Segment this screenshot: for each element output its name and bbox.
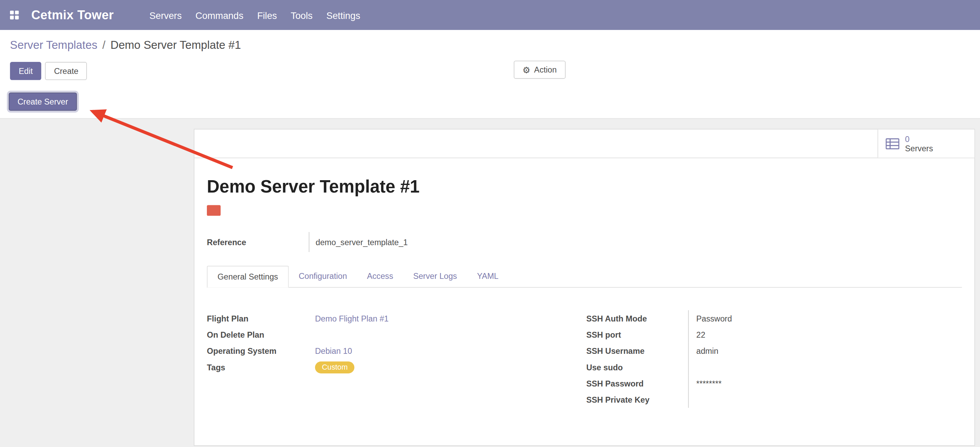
field-label: On Delete Plan <box>207 330 315 339</box>
field-group-right: SSH Auth Mode Password SSH port 22 SSH U… <box>586 310 962 408</box>
action-button-label: Action <box>534 65 557 74</box>
menu-item-files[interactable]: Files <box>250 0 284 30</box>
servers-label: Servers <box>905 144 933 153</box>
field-row-ssh-auth-mode: SSH Auth Mode Password <box>586 310 962 326</box>
field-group-left: Flight Plan Demo Flight Plan #1 On Delet… <box>207 310 586 408</box>
menu-item-settings[interactable]: Settings <box>320 0 368 30</box>
field-label: Flight Plan <box>207 314 315 323</box>
field-row-flight-plan: Flight Plan Demo Flight Plan #1 <box>207 310 586 326</box>
brand-title[interactable]: Cetmix Tower <box>31 8 114 22</box>
flight-plan-link[interactable]: Demo Flight Plan #1 <box>315 314 389 323</box>
content-area: 0 Servers Demo Server Template #1 Refere… <box>0 119 980 447</box>
field-label: SSH Private Key <box>586 395 688 404</box>
reference-row: Reference demo_server_template_1 <box>207 232 962 252</box>
notebook-tabs: General Settings Configuration Access Se… <box>207 266 962 288</box>
reference-label: Reference <box>207 237 309 247</box>
edit-button[interactable]: Edit <box>10 62 41 80</box>
field-label: SSH port <box>586 330 688 339</box>
field-label: SSH Auth Mode <box>586 314 688 323</box>
breadcrumb-current: Demo Server Template #1 <box>110 39 241 52</box>
field-value-empty <box>688 359 826 375</box>
apps-grid-icon[interactable] <box>10 11 19 19</box>
field-row-ssh-port: SSH port 22 <box>586 326 962 342</box>
menu-item-servers[interactable]: Servers <box>143 0 189 30</box>
operating-system-link[interactable]: Debian 10 <box>315 346 352 356</box>
color-swatch <box>207 205 221 216</box>
field-row-ssh-username: SSH Username admin <box>586 343 962 359</box>
menu-item-tools[interactable]: Tools <box>284 0 320 30</box>
breadcrumb: Server Templates / Demo Server Template … <box>0 30 980 56</box>
tag-badge: Custom <box>315 361 355 373</box>
tab-configuration[interactable]: Configuration <box>289 266 357 288</box>
servers-count: 0 <box>905 134 933 144</box>
tab-access[interactable]: Access <box>357 266 403 288</box>
action-button[interactable]: ⚙ Action <box>514 61 565 79</box>
servers-table-icon <box>886 138 899 149</box>
servers-stat-button[interactable]: 0 Servers <box>878 129 975 158</box>
tab-general-settings[interactable]: General Settings <box>207 266 289 288</box>
field-label: SSH Password <box>586 378 688 388</box>
breadcrumb-parent-link[interactable]: Server Templates <box>10 39 97 52</box>
top-navbar: Cetmix Tower Servers Commands Files Tool… <box>0 0 980 30</box>
field-row-on-delete-plan: On Delete Plan <box>207 326 586 342</box>
field-row-ssh-private-key: SSH Private Key <box>586 392 962 408</box>
field-label: Tags <box>207 362 315 372</box>
main-menu: Servers Commands Files Tools Settings <box>143 0 368 30</box>
gear-icon: ⚙ <box>523 65 531 74</box>
breadcrumb-separator: / <box>102 39 105 52</box>
field-value: Password <box>688 310 826 326</box>
field-value: 22 <box>688 326 826 342</box>
field-row-operating-system: Operating System Debian 10 <box>207 343 586 359</box>
field-groups: Flight Plan Demo Flight Plan #1 On Delet… <box>207 310 962 408</box>
record-title: Demo Server Template #1 <box>207 177 962 197</box>
field-row-use-sudo: Use sudo <box>586 359 962 375</box>
field-label: Use sudo <box>586 362 688 372</box>
tab-yaml[interactable]: YAML <box>467 266 509 288</box>
tab-server-logs[interactable]: Server Logs <box>403 266 467 288</box>
create-server-button[interactable]: Create Server <box>9 93 76 111</box>
field-label: SSH Username <box>586 346 688 356</box>
stat-button-bar: 0 Servers <box>194 129 975 158</box>
sheet-body: Demo Server Template #1 Reference demo_s… <box>194 177 975 408</box>
servers-stat-text: 0 Servers <box>905 134 933 153</box>
menu-item-commands[interactable]: Commands <box>189 0 250 30</box>
header-buttons-strip: Create Server <box>0 88 980 119</box>
page: Cetmix Tower Servers Commands Files Tool… <box>0 0 980 447</box>
field-value-empty <box>688 392 826 408</box>
field-label: Operating System <box>207 346 315 356</box>
create-button[interactable]: Create <box>45 62 87 80</box>
reference-value: demo_server_template_1 <box>309 232 408 252</box>
field-row-ssh-password: SSH Password ******** <box>586 375 962 391</box>
form-sheet: 0 Servers Demo Server Template #1 Refere… <box>194 129 975 446</box>
field-value: ******** <box>688 375 826 391</box>
record-toolbar: Edit Create ⚙ Action <box>0 56 980 88</box>
field-value: admin <box>688 343 826 359</box>
field-row-tags: Tags Custom <box>207 359 586 375</box>
